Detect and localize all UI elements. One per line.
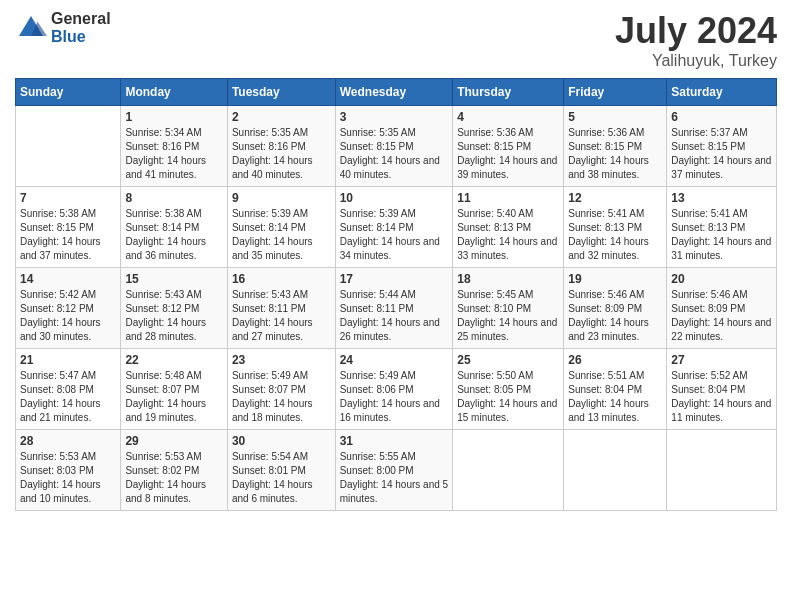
day-info: Sunrise: 5:45 AM Sunset: 8:10 PM Dayligh… — [457, 288, 559, 344]
day-cell — [16, 106, 121, 187]
day-number: 8 — [125, 191, 222, 205]
sunrise: Sunrise: 5:38 AM — [20, 208, 96, 219]
day-info: Sunrise: 5:53 AM Sunset: 8:03 PM Dayligh… — [20, 450, 116, 506]
daylight: Daylight: 14 hours and 22 minutes. — [671, 317, 771, 342]
sunset: Sunset: 8:13 PM — [457, 222, 531, 233]
sunrise: Sunrise: 5:49 AM — [340, 370, 416, 381]
day-cell: 29 Sunrise: 5:53 AM Sunset: 8:02 PM Dayl… — [121, 430, 227, 511]
day-number: 7 — [20, 191, 116, 205]
day-number: 18 — [457, 272, 559, 286]
sunset: Sunset: 8:11 PM — [232, 303, 306, 314]
sunrise: Sunrise: 5:49 AM — [232, 370, 308, 381]
day-cell: 5 Sunrise: 5:36 AM Sunset: 8:15 PM Dayli… — [564, 106, 667, 187]
day-number: 1 — [125, 110, 222, 124]
sunrise: Sunrise: 5:38 AM — [125, 208, 201, 219]
day-number: 22 — [125, 353, 222, 367]
sunset: Sunset: 8:14 PM — [232, 222, 306, 233]
sunset: Sunset: 8:14 PM — [125, 222, 199, 233]
daylight: Daylight: 14 hours and 11 minutes. — [671, 398, 771, 423]
sunset: Sunset: 8:09 PM — [671, 303, 745, 314]
day-cell: 14 Sunrise: 5:42 AM Sunset: 8:12 PM Dayl… — [16, 268, 121, 349]
day-cell: 19 Sunrise: 5:46 AM Sunset: 8:09 PM Dayl… — [564, 268, 667, 349]
week-row-5: 28 Sunrise: 5:53 AM Sunset: 8:03 PM Dayl… — [16, 430, 777, 511]
day-number: 26 — [568, 353, 662, 367]
page-container: General Blue July 2024 Yalihuyuk, Turkey… — [0, 0, 792, 521]
day-info: Sunrise: 5:46 AM Sunset: 8:09 PM Dayligh… — [568, 288, 662, 344]
day-info: Sunrise: 5:43 AM Sunset: 8:12 PM Dayligh… — [125, 288, 222, 344]
day-cell: 20 Sunrise: 5:46 AM Sunset: 8:09 PM Dayl… — [667, 268, 777, 349]
daylight: Daylight: 14 hours and 40 minutes. — [340, 155, 440, 180]
day-info: Sunrise: 5:49 AM Sunset: 8:06 PM Dayligh… — [340, 369, 449, 425]
daylight: Daylight: 14 hours and 38 minutes. — [568, 155, 649, 180]
day-number: 25 — [457, 353, 559, 367]
sunset: Sunset: 8:14 PM — [340, 222, 414, 233]
sunrise: Sunrise: 5:50 AM — [457, 370, 533, 381]
day-info: Sunrise: 5:46 AM Sunset: 8:09 PM Dayligh… — [671, 288, 772, 344]
day-info: Sunrise: 5:53 AM Sunset: 8:02 PM Dayligh… — [125, 450, 222, 506]
sunrise: Sunrise: 5:42 AM — [20, 289, 96, 300]
day-cell: 3 Sunrise: 5:35 AM Sunset: 8:15 PM Dayli… — [335, 106, 453, 187]
daylight: Daylight: 14 hours and 37 minutes. — [20, 236, 101, 261]
col-wednesday: Wednesday — [335, 79, 453, 106]
sunrise: Sunrise: 5:53 AM — [125, 451, 201, 462]
week-row-3: 14 Sunrise: 5:42 AM Sunset: 8:12 PM Dayl… — [16, 268, 777, 349]
day-number: 13 — [671, 191, 772, 205]
sunset: Sunset: 8:07 PM — [125, 384, 199, 395]
daylight: Daylight: 14 hours and 33 minutes. — [457, 236, 557, 261]
day-cell: 2 Sunrise: 5:35 AM Sunset: 8:16 PM Dayli… — [227, 106, 335, 187]
day-info: Sunrise: 5:35 AM Sunset: 8:15 PM Dayligh… — [340, 126, 449, 182]
day-cell: 22 Sunrise: 5:48 AM Sunset: 8:07 PM Dayl… — [121, 349, 227, 430]
sunrise: Sunrise: 5:51 AM — [568, 370, 644, 381]
day-info: Sunrise: 5:36 AM Sunset: 8:15 PM Dayligh… — [457, 126, 559, 182]
sunset: Sunset: 8:15 PM — [340, 141, 414, 152]
day-info: Sunrise: 5:40 AM Sunset: 8:13 PM Dayligh… — [457, 207, 559, 263]
sunrise: Sunrise: 5:48 AM — [125, 370, 201, 381]
day-cell: 13 Sunrise: 5:41 AM Sunset: 8:13 PM Dayl… — [667, 187, 777, 268]
day-number: 21 — [20, 353, 116, 367]
sunset: Sunset: 8:16 PM — [125, 141, 199, 152]
sunrise: Sunrise: 5:36 AM — [457, 127, 533, 138]
sunrise: Sunrise: 5:35 AM — [340, 127, 416, 138]
sunset: Sunset: 8:15 PM — [671, 141, 745, 152]
sunset: Sunset: 8:04 PM — [671, 384, 745, 395]
daylight: Daylight: 14 hours and 18 minutes. — [232, 398, 313, 423]
day-number: 12 — [568, 191, 662, 205]
sunset: Sunset: 8:15 PM — [20, 222, 94, 233]
day-number: 29 — [125, 434, 222, 448]
sunset: Sunset: 8:01 PM — [232, 465, 306, 476]
day-number: 15 — [125, 272, 222, 286]
sunset: Sunset: 8:08 PM — [20, 384, 94, 395]
day-cell: 10 Sunrise: 5:39 AM Sunset: 8:14 PM Dayl… — [335, 187, 453, 268]
day-info: Sunrise: 5:52 AM Sunset: 8:04 PM Dayligh… — [671, 369, 772, 425]
day-cell: 8 Sunrise: 5:38 AM Sunset: 8:14 PM Dayli… — [121, 187, 227, 268]
sunrise: Sunrise: 5:39 AM — [340, 208, 416, 219]
sunset: Sunset: 8:16 PM — [232, 141, 306, 152]
day-info: Sunrise: 5:51 AM Sunset: 8:04 PM Dayligh… — [568, 369, 662, 425]
day-info: Sunrise: 5:50 AM Sunset: 8:05 PM Dayligh… — [457, 369, 559, 425]
sunset: Sunset: 8:06 PM — [340, 384, 414, 395]
col-saturday: Saturday — [667, 79, 777, 106]
sunrise: Sunrise: 5:35 AM — [232, 127, 308, 138]
day-cell: 15 Sunrise: 5:43 AM Sunset: 8:12 PM Dayl… — [121, 268, 227, 349]
day-cell: 11 Sunrise: 5:40 AM Sunset: 8:13 PM Dayl… — [453, 187, 564, 268]
day-info: Sunrise: 5:41 AM Sunset: 8:13 PM Dayligh… — [671, 207, 772, 263]
day-cell: 24 Sunrise: 5:49 AM Sunset: 8:06 PM Dayl… — [335, 349, 453, 430]
daylight: Daylight: 14 hours and 32 minutes. — [568, 236, 649, 261]
day-cell: 12 Sunrise: 5:41 AM Sunset: 8:13 PM Dayl… — [564, 187, 667, 268]
daylight: Daylight: 14 hours and 23 minutes. — [568, 317, 649, 342]
daylight: Daylight: 14 hours and 15 minutes. — [457, 398, 557, 423]
daylight: Daylight: 14 hours and 8 minutes. — [125, 479, 206, 504]
sunrise: Sunrise: 5:43 AM — [232, 289, 308, 300]
page-header: General Blue July 2024 Yalihuyuk, Turkey — [15, 10, 777, 70]
sunrise: Sunrise: 5:37 AM — [671, 127, 747, 138]
day-cell: 16 Sunrise: 5:43 AM Sunset: 8:11 PM Dayl… — [227, 268, 335, 349]
day-cell: 30 Sunrise: 5:54 AM Sunset: 8:01 PM Dayl… — [227, 430, 335, 511]
sunset: Sunset: 8:12 PM — [20, 303, 94, 314]
day-cell: 27 Sunrise: 5:52 AM Sunset: 8:04 PM Dayl… — [667, 349, 777, 430]
week-row-4: 21 Sunrise: 5:47 AM Sunset: 8:08 PM Dayl… — [16, 349, 777, 430]
sunset: Sunset: 8:13 PM — [568, 222, 642, 233]
logo-icon — [15, 12, 47, 44]
day-cell: 17 Sunrise: 5:44 AM Sunset: 8:11 PM Dayl… — [335, 268, 453, 349]
logo-blue: Blue — [51, 28, 111, 46]
day-info: Sunrise: 5:38 AM Sunset: 8:14 PM Dayligh… — [125, 207, 222, 263]
